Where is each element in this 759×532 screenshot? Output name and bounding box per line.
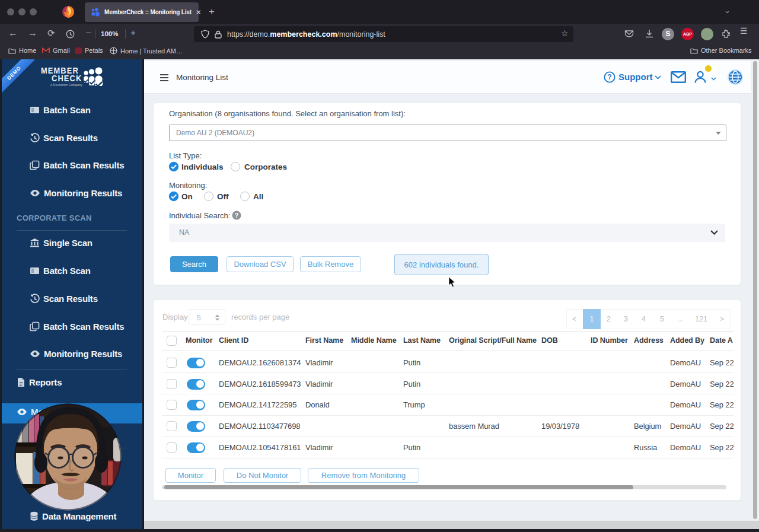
svg-text:?: ? [607,73,611,81]
svg-text:?: ? [235,212,238,219]
